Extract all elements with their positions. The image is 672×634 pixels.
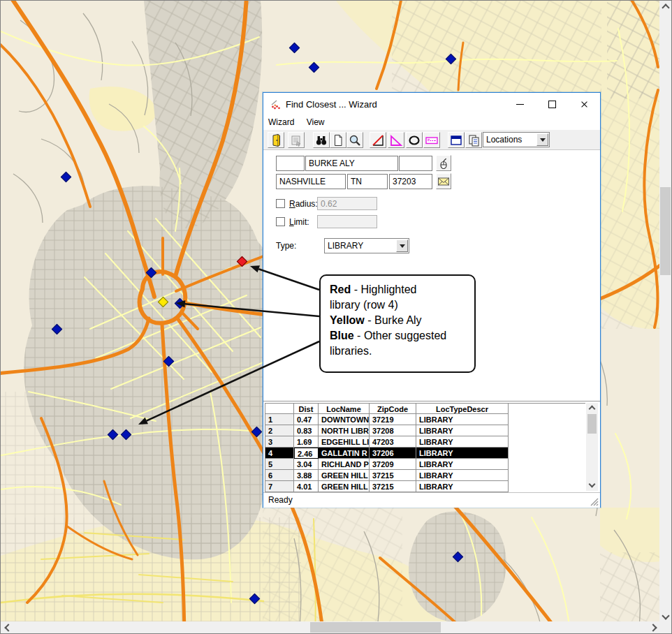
- scroll-down-icon[interactable]: [662, 612, 669, 619]
- header-locname[interactable]: LocName: [319, 403, 370, 414]
- v-scrollbar-thumb[interactable]: [660, 187, 671, 275]
- type-combo[interactable]: LIBRARY: [324, 238, 409, 253]
- oval-icon: [407, 133, 421, 147]
- close-button[interactable]: [568, 93, 600, 116]
- wizard-window-icon: [270, 99, 282, 110]
- table-row[interactable]: 10.47DOWNTOWN37219LIBRARY: [265, 414, 586, 425]
- header-zipcode[interactable]: ZipCode: [370, 403, 416, 414]
- table-scrollbar-thumb[interactable]: [587, 414, 597, 434]
- locate-button[interactable]: [436, 155, 451, 171]
- menu-wizard[interactable]: Wizard: [263, 116, 299, 128]
- scroll-right-icon[interactable]: [649, 624, 657, 631]
- table-row[interactable]: 31.69EDGEHILL LI47203LIBRARY: [265, 436, 586, 448]
- header-dist[interactable]: Dist: [294, 403, 319, 414]
- magnifier-icon: [348, 133, 362, 147]
- oval-tool-button[interactable]: [406, 132, 423, 148]
- chevron-down-icon: [540, 138, 546, 142]
- mail-button[interactable]: [436, 173, 451, 189]
- magenta-triangle-icon: [389, 133, 403, 147]
- exit-door-icon: [269, 133, 283, 147]
- new-document-icon: [331, 133, 345, 147]
- menu-view[interactable]: View: [302, 116, 330, 128]
- minimize-button[interactable]: [504, 93, 536, 116]
- limit-checkbox[interactable]: [276, 217, 285, 226]
- table-header-row: Dist LocName ZipCode LocTypeDescr: [265, 403, 586, 414]
- vertical-scrollbar[interactable]: [659, 1, 671, 623]
- minimize-icon: [516, 104, 524, 105]
- properties-button[interactable]: [288, 132, 305, 148]
- label-tool-button[interactable]: [423, 132, 440, 148]
- map-window: Find Closest ... Wizard Wizard View: [0, 0, 672, 634]
- limit-label: Limit:: [289, 217, 309, 227]
- maximize-button[interactable]: [536, 93, 568, 116]
- radius-checkbox[interactable]: [276, 199, 285, 208]
- dialog-titlebar[interactable]: Find Closest ... Wizard: [263, 93, 600, 116]
- zoom-button[interactable]: [346, 132, 363, 148]
- scroll-left-icon[interactable]: [4, 624, 12, 631]
- status-text: Ready: [268, 495, 293, 505]
- properties-icon: [289, 133, 303, 147]
- table-row[interactable]: 20.83NORTH LIBR37208LIBRARY: [265, 425, 586, 436]
- binoculars-icon: [314, 133, 328, 147]
- locations-combo[interactable]: Locations: [483, 132, 550, 147]
- city-field[interactable]: [276, 174, 346, 189]
- scroll-down-icon[interactable]: [589, 481, 596, 488]
- locations-combo-dropdown[interactable]: [536, 133, 548, 146]
- results-table: Dist LocName ZipCode LocTypeDescr 10.47D…: [263, 401, 600, 492]
- line-tool-button[interactable]: [370, 132, 386, 148]
- table-row[interactable]: 53.04RICHLAND P37209LIBRARY: [265, 459, 586, 470]
- window-tool-button[interactable]: [448, 132, 465, 148]
- radius-label: Radius:: [289, 199, 318, 209]
- dialog-statusbar: Ready: [263, 492, 600, 508]
- legend-callout: Red - Highlighted library (row 4) Yellow…: [319, 274, 476, 373]
- horizontal-scrollbar[interactable]: [1, 621, 661, 633]
- table-row[interactable]: 74.01GREEN HILL37215LIBRARY: [265, 481, 586, 492]
- dialog-title: Find Closest ... Wizard: [286, 99, 377, 110]
- dialog-client-area: Radius: Limit: Type: LIBRARY Red - Highl…: [263, 150, 600, 401]
- red-line-tool-icon: [371, 133, 385, 147]
- window-icon: [449, 133, 463, 147]
- type-combo-dropdown[interactable]: [396, 239, 408, 252]
- street-field[interactable]: [305, 156, 398, 171]
- dialog-menubar: Wizard View: [263, 116, 600, 130]
- copy-button[interactable]: [465, 132, 482, 148]
- triangle-tool-button[interactable]: [388, 132, 404, 148]
- dialog-toolbar: Locations: [263, 130, 600, 150]
- chevron-down-icon: [400, 244, 405, 248]
- copy-icon: [467, 133, 481, 147]
- resize-grip[interactable]: [590, 497, 599, 506]
- limit-field[interactable]: [317, 215, 377, 228]
- table-scrollbar[interactable]: [586, 403, 598, 491]
- results-table-body: 10.47DOWNTOWN37219LIBRARY20.83NORTH LIBR…: [265, 414, 586, 492]
- mouse-icon: [437, 157, 450, 170]
- find-closest-wizard-dialog: Find Closest ... Wizard Wizard View: [263, 92, 601, 508]
- locations-combo-value: Locations: [486, 135, 522, 145]
- maximize-icon: [548, 101, 556, 108]
- scrollbar-corner: [659, 621, 671, 633]
- find-button[interactable]: [313, 132, 330, 148]
- zip-field[interactable]: [389, 174, 432, 189]
- envelope-icon: [437, 175, 450, 188]
- scroll-up-icon[interactable]: [662, 3, 669, 11]
- header-rownum[interactable]: [265, 403, 294, 414]
- scroll-up-icon[interactable]: [589, 406, 596, 413]
- close-icon: [580, 101, 588, 108]
- table-row[interactable]: 63.88GREEN HILL37215LIBRARY: [265, 470, 586, 481]
- table-row[interactable]: 42.46GALLATIN R37206LIBRARY: [265, 448, 586, 459]
- radius-field[interactable]: [317, 197, 377, 210]
- label-icon: [425, 133, 439, 147]
- exit-button[interactable]: [268, 132, 284, 148]
- header-loctypedescr[interactable]: LocTypeDescr: [416, 403, 509, 414]
- type-combo-value: LIBRARY: [328, 241, 363, 251]
- street-prefix-field[interactable]: [276, 156, 305, 171]
- street-suffix-field[interactable]: [399, 156, 432, 171]
- type-label: Type:: [276, 241, 296, 251]
- state-field[interactable]: [347, 174, 388, 189]
- new-document-button[interactable]: [330, 132, 346, 148]
- h-scrollbar-thumb[interactable]: [310, 622, 441, 633]
